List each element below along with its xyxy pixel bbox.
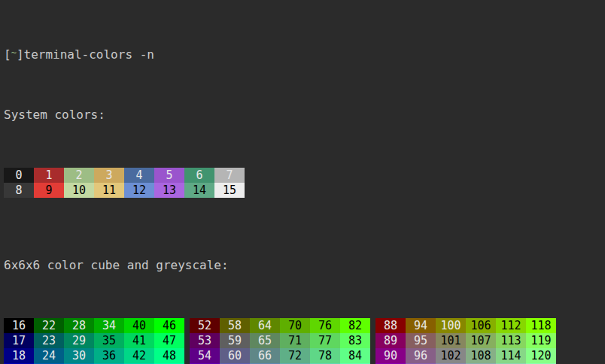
cube-block-88: 8894100106112118899510110711311990961021… xyxy=(375,318,556,364)
color-cell-24: 24 xyxy=(34,348,64,363)
color-cell-71: 71 xyxy=(280,333,310,348)
color-cell-100: 100 xyxy=(436,318,466,333)
color-cell-48: 48 xyxy=(154,348,184,363)
color-cell-47: 47 xyxy=(154,333,184,348)
color-cell-82: 82 xyxy=(340,318,370,333)
path-tilde: ~ xyxy=(11,47,17,58)
color-cell-118: 118 xyxy=(526,318,556,333)
color-cell-102: 102 xyxy=(436,348,466,363)
color-row: 182430364248 xyxy=(4,348,184,363)
color-row: 01234567 xyxy=(4,168,605,183)
color-cell-83: 83 xyxy=(340,333,370,348)
color-cell-54: 54 xyxy=(190,348,220,363)
color-cube-strip-1: 1622283440461723293541471824303642481925… xyxy=(4,318,605,364)
color-cell-46: 46 xyxy=(154,318,184,333)
color-cell-9: 9 xyxy=(34,183,64,198)
bracket-open: [ xyxy=(4,47,11,62)
color-cell-96: 96 xyxy=(406,348,436,363)
color-cell-120: 120 xyxy=(526,348,556,363)
color-cell-88: 88 xyxy=(375,318,406,333)
color-cell-34: 34 xyxy=(94,318,124,333)
color-row: 8995101107113119 xyxy=(375,333,556,348)
color-cell-7: 7 xyxy=(214,168,245,183)
color-cell-35: 35 xyxy=(94,333,124,348)
system-colors-label: System colors: xyxy=(4,108,605,123)
color-cell-30: 30 xyxy=(64,348,94,363)
color-cell-70: 70 xyxy=(280,318,310,333)
color-cell-114: 114 xyxy=(496,348,526,363)
color-cell-17: 17 xyxy=(4,333,34,348)
color-cell-90: 90 xyxy=(375,348,406,363)
color-cell-112: 112 xyxy=(496,318,526,333)
cube-block-16: 1622283440461723293541471824303642481925… xyxy=(4,318,184,364)
color-cell-1: 1 xyxy=(34,168,64,183)
color-cell-52: 52 xyxy=(190,318,220,333)
color-cell-40: 40 xyxy=(124,318,154,333)
color-cell-6: 6 xyxy=(184,168,214,183)
command-text: terminal-colors -n xyxy=(24,47,154,62)
cube-block-52: 5258647076825359657177835460667278845561… xyxy=(190,318,370,364)
color-cell-66: 66 xyxy=(250,348,280,363)
color-cell-29: 29 xyxy=(64,333,94,348)
color-cell-23: 23 xyxy=(34,333,64,348)
cube-label: 6x6x6 color cube and greyscale: xyxy=(4,258,605,273)
command-line: [~]terminal-colors -n xyxy=(4,47,605,62)
color-cell-60: 60 xyxy=(220,348,250,363)
color-cell-4: 4 xyxy=(124,168,154,183)
color-cell-53: 53 xyxy=(190,333,220,348)
color-cell-22: 22 xyxy=(34,318,64,333)
color-cell-14: 14 xyxy=(184,183,214,198)
color-cell-8: 8 xyxy=(4,183,34,198)
color-row: 89101112131415 xyxy=(4,183,605,198)
color-cell-3: 3 xyxy=(94,168,124,183)
color-cell-42: 42 xyxy=(124,348,154,363)
color-cell-5: 5 xyxy=(154,168,184,183)
color-cell-11: 11 xyxy=(94,183,124,198)
color-cell-36: 36 xyxy=(94,348,124,363)
bracket-close: ] xyxy=(17,47,24,62)
color-row: 8894100106112118 xyxy=(375,318,556,333)
color-cell-76: 76 xyxy=(310,318,340,333)
color-cell-72: 72 xyxy=(280,348,310,363)
color-cell-106: 106 xyxy=(466,318,496,333)
color-row: 525864707682 xyxy=(190,318,370,333)
color-cell-15: 15 xyxy=(214,183,245,198)
color-cell-10: 10 xyxy=(64,183,94,198)
terminal-window[interactable]: [~]terminal-colors -n System colors: 012… xyxy=(0,0,605,364)
color-cell-89: 89 xyxy=(375,333,406,348)
color-row: 535965717783 xyxy=(190,333,370,348)
color-cell-2: 2 xyxy=(64,168,94,183)
color-cell-64: 64 xyxy=(250,318,280,333)
color-cell-58: 58 xyxy=(220,318,250,333)
color-cell-12: 12 xyxy=(124,183,154,198)
color-cell-65: 65 xyxy=(250,333,280,348)
color-cell-108: 108 xyxy=(466,348,496,363)
color-cell-13: 13 xyxy=(154,183,184,198)
color-cell-59: 59 xyxy=(220,333,250,348)
color-cell-16: 16 xyxy=(4,318,34,333)
color-cell-113: 113 xyxy=(496,333,526,348)
color-cell-77: 77 xyxy=(310,333,340,348)
color-cell-28: 28 xyxy=(64,318,94,333)
color-row: 162228344046 xyxy=(4,318,184,333)
color-cell-95: 95 xyxy=(406,333,436,348)
color-cell-41: 41 xyxy=(124,333,154,348)
color-cell-18: 18 xyxy=(4,348,34,363)
color-cell-78: 78 xyxy=(310,348,340,363)
color-cell-101: 101 xyxy=(436,333,466,348)
color-cell-107: 107 xyxy=(466,333,496,348)
color-row: 9096102108114120 xyxy=(375,348,556,363)
color-row: 546066727884 xyxy=(190,348,370,363)
system-colors-grid: 0123456789101112131415 xyxy=(4,168,605,198)
color-cell-94: 94 xyxy=(406,318,436,333)
color-cell-84: 84 xyxy=(340,348,370,363)
color-cell-0: 0 xyxy=(4,168,34,183)
color-row: 172329354147 xyxy=(4,333,184,348)
color-cell-119: 119 xyxy=(526,333,556,348)
